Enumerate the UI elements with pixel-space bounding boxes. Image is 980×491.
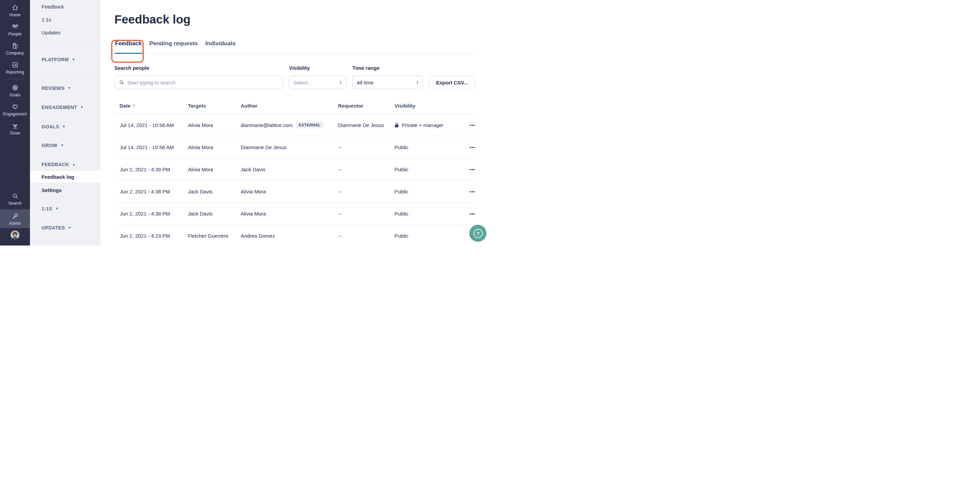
sidebar-item-admin[interactable]: Admin (0, 209, 30, 228)
primary-sidebar: Home People Company Reporting Goals Enga… (0, 0, 30, 246)
cell-requestor: -- (338, 233, 395, 239)
tab-label: Feedback (115, 40, 142, 47)
subnav-section-label: GOALS (41, 124, 59, 129)
visibility-select[interactable]: Select... ▲▼ (289, 76, 346, 89)
cell-date: Jul 14, 2021 - 10:56 AM (115, 144, 188, 150)
sidebar-item-reporting[interactable]: Reporting (0, 59, 30, 76)
cell-requestor: -- (338, 189, 395, 194)
column-header-date[interactable]: Date ▲▼ (115, 103, 188, 114)
column-header-visibility: Visibility (395, 103, 463, 114)
subnav-section-engagement[interactable]: ENGAGEMENT ▼ (30, 101, 101, 114)
cell-visibility: Public (395, 144, 463, 150)
subnav-section-goals[interactable]: GOALS ▼ (30, 120, 101, 133)
search-people-label: Search people (115, 65, 283, 72)
sidebar-spacer (0, 139, 30, 190)
visibility-filter-group: Visibility Select... ▲▼ (289, 65, 346, 89)
subnav-item-feedback[interactable]: Feedback (30, 0, 101, 13)
sidebar-item-people[interactable]: People (0, 21, 30, 38)
cell-visibility: Private + manager (395, 122, 463, 128)
tab-label: Pending requests (149, 40, 198, 47)
page-title: Feedback log (115, 12, 475, 27)
subnav-section-1-1s[interactable]: 1:1S ▼ (30, 202, 101, 215)
row-menu-button[interactable]: ••• (469, 143, 475, 151)
subnav-section-updates[interactable]: UPDATES ▼ (30, 221, 101, 234)
sidebar-item-search[interactable]: Search (0, 190, 30, 207)
column-header-requestor: Requestor (338, 103, 395, 114)
sidebar-item-company[interactable]: Company (0, 40, 30, 57)
cell-requestor: -- (338, 166, 395, 172)
people-icon (11, 23, 19, 31)
help-button[interactable]: ? (469, 225, 487, 242)
search-input[interactable] (127, 80, 278, 86)
visibility-value: Private + manager (402, 122, 444, 128)
visibility-select-value: Select... (293, 80, 312, 86)
user-avatar[interactable] (11, 231, 19, 239)
feedback-table: Date ▲▼ Targets Author Requestor Visibil… (115, 99, 475, 246)
engagement-heart-icon (11, 103, 19, 111)
tab-feedback[interactable]: Feedback (115, 40, 142, 54)
row-menu-button[interactable]: ••• (469, 121, 475, 129)
cell-targets: Alivia Mora (188, 144, 241, 150)
subnav-section-reviews[interactable]: REVIEWS ▼ (30, 82, 101, 95)
row-menu-button[interactable]: ••• (469, 166, 475, 173)
column-header-actions (463, 103, 475, 114)
caret-down-icon: ▼ (60, 144, 64, 147)
sidebar-item-label: Company (6, 51, 24, 56)
admin-key-icon (11, 212, 19, 220)
cell-date: Jun 2, 2021 - 4:39 PM (115, 166, 188, 172)
cell-date: Jun 2, 2021 - 4:38 PM (115, 189, 188, 194)
visibility-label: Visibility (289, 65, 346, 72)
cell-author: Alivia Mora (241, 211, 338, 217)
main-content: Feedback log Feedback Pending requests I… (101, 0, 490, 246)
cell-targets: Alivia Mora (188, 122, 241, 128)
sidebar-item-label: Search (8, 201, 21, 206)
cell-requestor: -- (338, 211, 395, 217)
row-menu-button[interactable]: ••• (469, 210, 475, 218)
sidebar-item-label: Reporting (6, 70, 24, 75)
subnav-item-feedback-log[interactable]: Feedback log (30, 171, 101, 183)
table-row: Jul 14, 2021 - 10:58 AM Alivia Mora dian… (115, 114, 475, 136)
sidebar-item-engagement[interactable]: Engagement (0, 101, 30, 118)
sidebar-item-label: Goals (10, 92, 21, 97)
time-range-select[interactable]: All time ▲▼ (352, 76, 423, 89)
secondary-sidebar: Feedback 1:1s Updates PLATFORM ▼ REVIEWS… (30, 0, 101, 246)
caret-down-icon: ▼ (80, 105, 83, 109)
cell-author: Alivia Mora (241, 189, 338, 194)
reporting-icon (11, 61, 19, 69)
subnav-item-label: Feedback (41, 4, 64, 10)
sidebar-item-label: Home (10, 13, 21, 18)
cell-author: dianmarie@lattice.com EXTERNAL (241, 121, 338, 128)
subnav-section-platform[interactable]: PLATFORM ▼ (30, 53, 101, 66)
subnav-item-1-1s[interactable]: 1:1s (30, 13, 101, 26)
subnav-item-settings[interactable]: Settings (30, 183, 101, 196)
search-icon (119, 80, 124, 85)
subnav-item-updates[interactable]: Updates (30, 26, 101, 39)
subnav-section-grow[interactable]: GROW ▼ (30, 139, 101, 152)
select-stepper-icon: ▲▼ (416, 80, 419, 84)
subnav-section-feedback[interactable]: FEEDBACK ▲ (30, 158, 101, 171)
export-csv-button[interactable]: Export CSV... (429, 76, 475, 89)
caret-up-icon: ▲ (72, 163, 76, 166)
sidebar-item-label: Engagement (3, 112, 27, 116)
subnav-section-label: REVIEWS (41, 86, 64, 91)
row-menu-button[interactable]: ••• (469, 188, 475, 195)
cell-visibility: Public (395, 189, 463, 194)
company-icon (11, 42, 19, 50)
subnav-item-label: Settings (41, 187, 62, 193)
external-badge: EXTERNAL (296, 121, 323, 128)
sidebar-item-goals[interactable]: Goals (0, 82, 30, 99)
tab-individuals[interactable]: Individuals (205, 40, 236, 54)
goals-target-icon (11, 84, 19, 92)
cell-author: Andrea Gomez (241, 233, 338, 239)
cell-author: Dianmarie De Jesus (241, 144, 338, 150)
cell-targets: Alivia Mora (188, 166, 241, 172)
caret-down-icon: ▼ (62, 125, 66, 128)
cell-visibility: Public (395, 166, 463, 172)
search-people-group: Search people (115, 65, 283, 89)
column-header-label: Date (119, 103, 131, 108)
sidebar-item-home[interactable]: Home (0, 2, 30, 19)
subnav-section-label: GROW (41, 143, 57, 148)
tab-pending-requests[interactable]: Pending requests (148, 40, 199, 54)
cell-requestor: -- (338, 144, 395, 150)
sidebar-item-grow[interactable]: Grow (0, 120, 30, 137)
